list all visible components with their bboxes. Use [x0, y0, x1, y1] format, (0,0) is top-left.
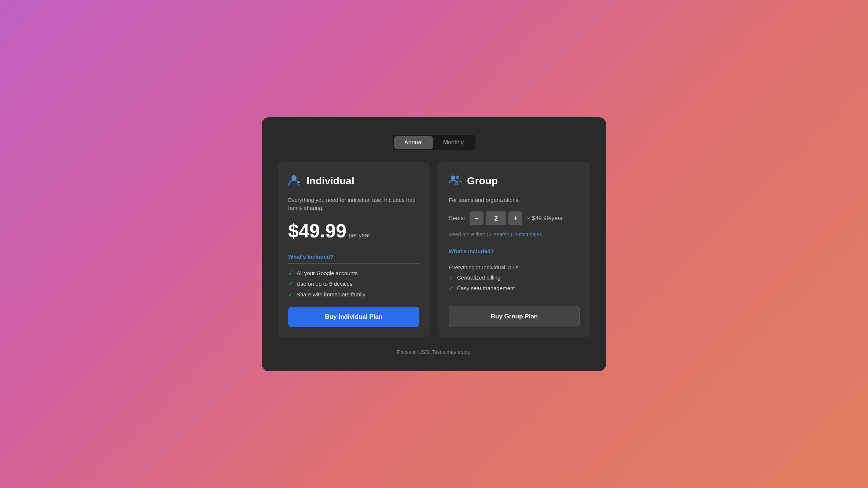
individual-feature-3-text: Share with immediate family [297, 291, 365, 297]
svg-point-7 [456, 175, 459, 179]
group-divider [449, 258, 580, 258]
group-feature-2-text: Easy seat management [457, 285, 515, 291]
check-icon-group-1: ✓ [449, 274, 453, 281]
individual-feature-1: ✓ All your Google accounts [288, 270, 419, 277]
individual-price-block: $49.99per year [288, 220, 419, 242]
individual-price-period: per year [349, 232, 370, 239]
check-icon-2: ✓ [288, 280, 293, 287]
group-plan-card: Group For teams and organizations. Seats… [438, 162, 590, 337]
individual-price-amount: $49.99 [288, 220, 346, 241]
billing-toggle: Annual Monthly [393, 135, 475, 150]
plans-container: ✕ Individual Everything you need for ind… [278, 162, 590, 337]
annual-toggle-button[interactable]: Annual [394, 136, 433, 149]
seats-control: − + [470, 211, 522, 225]
svg-point-0 [291, 175, 297, 180]
group-plan-title: Group [467, 175, 498, 187]
seats-decrement-button[interactable]: − [470, 211, 483, 225]
individual-divider [288, 263, 419, 264]
individual-plan-title: Individual [306, 175, 354, 187]
buy-group-plan-button[interactable]: Buy Group Plan [449, 306, 580, 327]
group-feature-2: ✓ Easy seat management [449, 285, 580, 292]
group-plan-header: Group [449, 174, 580, 189]
check-icon-3: ✓ [288, 291, 293, 298]
buy-individual-plan-button[interactable]: Buy Individual Plan [288, 307, 419, 327]
individual-whats-included-label: What's Included? [288, 254, 419, 260]
individual-features-list: ✓ All your Google accounts ✓ Use on up t… [288, 270, 419, 298]
seats-label: Seats: [449, 215, 465, 222]
seats-block: Seats: − + × $49.99/year [449, 211, 580, 225]
individual-plan-icon: ✕ [288, 174, 301, 189]
group-features-list: ✓ Centralized billing ✓ Easy seat manage… [449, 274, 580, 292]
group-features-intro: Everything in Individual, plus: [449, 264, 580, 270]
svg-text:✕: ✕ [298, 183, 301, 186]
check-icon-group-2: ✓ [449, 285, 453, 292]
monthly-toggle-button[interactable]: Monthly [433, 136, 474, 149]
individual-feature-1-text: All your Google accounts [297, 270, 358, 276]
seats-increment-button[interactable]: + [508, 211, 522, 225]
contact-text: Need more than 50 seats? [449, 232, 509, 237]
svg-point-6 [451, 175, 455, 180]
group-feature-1-text: Centralized billing [457, 274, 500, 281]
footer-text: Prices in USD. Taxes may apply. [397, 349, 471, 355]
contact-sales-block: Need more than 50 seats? Contact sales [449, 231, 580, 238]
group-plan-description: For teams and organizations. [449, 196, 580, 204]
check-icon-1: ✓ [288, 270, 293, 277]
individual-plan-card: ✕ Individual Everything you need for ind… [278, 162, 430, 337]
individual-plan-header: ✕ Individual [288, 174, 419, 189]
contact-sales-link[interactable]: Contact sales [511, 232, 542, 237]
group-plan-icon [449, 174, 462, 189]
individual-feature-2-text: Use on up to 5 devices [297, 281, 353, 287]
individual-plan-description: Everything you need for individual use. … [288, 196, 419, 212]
group-feature-1: ✓ Centralized billing [449, 274, 580, 281]
pricing-modal: Annual Monthly ✕ Individual [262, 117, 606, 371]
individual-feature-3: ✓ Share with immediate family [288, 291, 419, 298]
seats-input[interactable] [486, 211, 506, 225]
seats-price: × $49.99/year [527, 215, 563, 222]
group-whats-included-label: What's Included? [449, 248, 580, 254]
individual-feature-2: ✓ Use on up to 5 devices [288, 280, 419, 287]
